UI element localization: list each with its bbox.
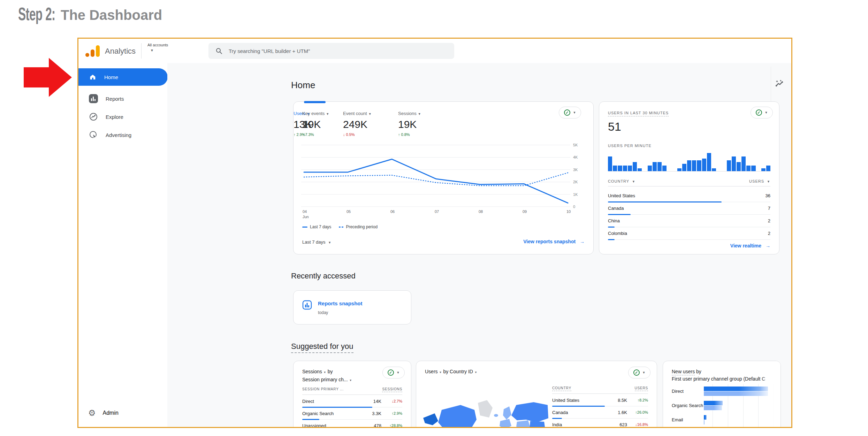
- search-placeholder: Try searching "URL builder + UTM": [229, 48, 310, 54]
- comparison-bar: [704, 406, 722, 410]
- analytics-logo-icon: [85, 44, 100, 58]
- table-row[interactable]: Canada 1.6K ↑26.0%: [552, 406, 648, 419]
- card-title[interactable]: New users by First user primary channel …: [672, 368, 765, 383]
- channel-row-organic-search[interactable]: Organic Search: [672, 400, 781, 411]
- chevron-down-icon: ▼: [632, 180, 635, 183]
- table-row[interactable]: United States 36: [608, 190, 770, 202]
- chevron-down-icon: ▼: [767, 180, 770, 183]
- row-delta: ↑26.0%: [627, 410, 648, 414]
- minute-bar: [766, 166, 770, 171]
- chevron-down-icon: ▼: [474, 371, 477, 374]
- metric-label: Sessions▼: [398, 111, 421, 116]
- sidebar-item-advertising[interactable]: Advertising: [78, 127, 168, 143]
- table-row[interactable]: Direct 14K ↓2.7%: [302, 395, 402, 407]
- table-row[interactable]: Organic Search 3.3K ↑2.9%: [302, 407, 402, 420]
- table-row[interactable]: United States 8.5K ↑8.2%: [552, 394, 648, 406]
- suggested-for-you-title: Suggested for you: [291, 342, 353, 353]
- page-title: Home: [291, 80, 315, 91]
- chevron-down-icon[interactable]: ▼: [150, 48, 154, 52]
- view-realtime-link[interactable]: View realtime →: [730, 243, 770, 248]
- table-row[interactable]: India 623 ↓16.8%: [552, 419, 648, 428]
- card-title[interactable]: Sessions▼ by Session primary ch...▼: [302, 368, 352, 384]
- row-value: 1.6K: [609, 410, 627, 415]
- channel-bars: [704, 400, 781, 411]
- minute-bar: [682, 164, 686, 171]
- svg-text:0: 0: [573, 205, 575, 209]
- chevron-down-icon: ▼: [326, 112, 329, 116]
- users-value: 7: [768, 206, 770, 211]
- svg-text:05: 05: [347, 209, 351, 214]
- table-row[interactable]: Unassigned 478 ↑28.8%: [302, 420, 402, 428]
- chart-legend: Last 7 days Preceding period: [302, 224, 378, 229]
- svg-text:07: 07: [435, 209, 439, 214]
- sidebar-item-label: Reports: [106, 96, 124, 102]
- minute-bar: [707, 153, 711, 171]
- sidebar-item-reports[interactable]: Reports: [78, 91, 168, 106]
- view-reports-snapshot-link[interactable]: View reports snapshot →: [523, 239, 585, 244]
- minute-bar: [741, 156, 746, 171]
- sidebar-item-label: Home: [104, 74, 118, 80]
- metric-event-count[interactable]: Event count▼ 249K ↓ 0.5%: [343, 111, 372, 137]
- sidebar-item-home[interactable]: Home: [78, 68, 168, 86]
- app-header: Analytics All accounts ▼ Try searching "…: [78, 39, 791, 63]
- minute-bar: [677, 168, 682, 171]
- minute-bar: [648, 166, 652, 171]
- data-quality-pill[interactable]: ✓ ▼: [559, 107, 581, 118]
- row-delta: ↓16.8%: [627, 422, 648, 427]
- row-label: United States: [552, 398, 609, 403]
- recently-accessed-title: Recently accessed: [291, 271, 356, 281]
- arrow-right-icon: →: [766, 243, 770, 248]
- data-quality-pill[interactable]: ✓ ▼: [751, 107, 773, 118]
- minute-bar: [618, 166, 622, 171]
- users-per-minute-chart: [608, 151, 770, 171]
- country-table: United States 8.5K ↑8.2% Canada 1.6K ↑26…: [552, 394, 648, 428]
- minute-bar: [653, 162, 657, 171]
- recent-item-label[interactable]: Reports snapshot: [318, 300, 363, 306]
- chevron-down-icon: ▼: [397, 371, 400, 374]
- world-map: [421, 385, 549, 428]
- metric-label: Key events▼: [302, 111, 329, 116]
- svg-text:04: 04: [303, 209, 307, 214]
- users-value: 36: [766, 193, 770, 198]
- recent-item-card[interactable]: Reports snapshot today: [293, 290, 411, 324]
- column-users[interactable]: USERS ▼: [749, 179, 770, 183]
- overview-card: Users▼ 13K ↑ 2.9% Key events▼ 19K ↑ 7.3%…: [293, 101, 594, 254]
- arrow-right-icon: →: [580, 239, 585, 244]
- metric-delta: ↑ 7.3%: [302, 132, 329, 137]
- account-switcher[interactable]: All accounts: [147, 43, 168, 47]
- country-name: Colombia: [608, 231, 627, 236]
- search-input[interactable]: Try searching "URL builder + UTM": [208, 43, 454, 59]
- table-row[interactable]: China 2: [608, 215, 770, 227]
- step-title: The Dashboard: [61, 7, 162, 23]
- metric-sessions[interactable]: Sessions▼ 19K ↑ 0.8%: [398, 111, 421, 137]
- data-quality-pill[interactable]: ✓ ▼: [382, 367, 405, 378]
- channel-row-direct[interactable]: Direct: [672, 386, 781, 396]
- card-title[interactable]: Users▼ by Country ID▼: [425, 368, 477, 376]
- table-row[interactable]: Canada 7: [608, 202, 770, 215]
- minute-bar: [662, 166, 667, 171]
- data-quality-pill[interactable]: ✓ ▼: [628, 367, 650, 378]
- svg-text:10: 10: [566, 209, 571, 214]
- channel-label: Organic Search: [672, 403, 704, 408]
- row-label: India: [552, 422, 609, 427]
- sidebar-item-label: Explore: [106, 114, 123, 120]
- minute-bar: [628, 166, 632, 171]
- svg-text:09: 09: [523, 209, 527, 214]
- current-bar: [704, 401, 723, 405]
- minute-bar: [692, 160, 696, 171]
- sidebar-item-explore[interactable]: Explore: [78, 109, 168, 124]
- chevron-down-icon: ▼: [349, 379, 352, 382]
- row-delta: ↑28.8%: [381, 423, 402, 428]
- minute-bar: [761, 168, 766, 171]
- svg-text:2K: 2K: [573, 180, 578, 184]
- date-range-selector[interactable]: Last 7 days ▼: [302, 239, 331, 245]
- chevron-down-icon: ▼: [573, 111, 576, 114]
- channel-row-email[interactable]: Email: [672, 415, 781, 425]
- channel-bar-chart: Direct Organic Search Email Referral: [672, 386, 781, 428]
- column-country[interactable]: COUNTRY ▼: [608, 179, 635, 183]
- table-row[interactable]: Colombia 2: [608, 227, 770, 240]
- sidebar-item-admin[interactable]: ⚙ Admin: [78, 406, 119, 420]
- new-users-by-channel-card: New users by First user primary channel …: [663, 361, 781, 428]
- metric-key-events[interactable]: Key events▼ 19K ↑ 7.3%: [302, 111, 329, 137]
- insights-icon[interactable]: [775, 79, 784, 89]
